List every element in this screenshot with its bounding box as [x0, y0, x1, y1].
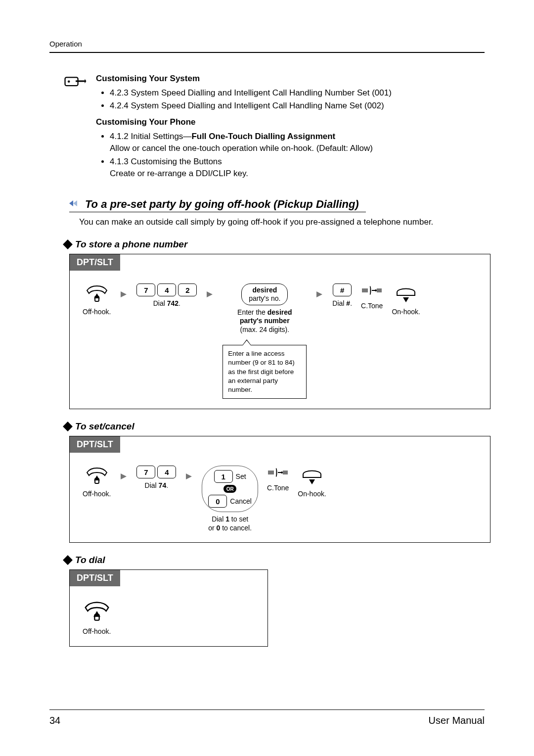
procedure-tab: DPT/SLT: [70, 254, 120, 271]
section-heading-row: To a pre-set party by going off-hook (Pi…: [69, 198, 485, 211]
customising-notes: Customising Your System 4.2.3 System Spe…: [64, 73, 485, 181]
step-onhook: On-hook.: [392, 284, 420, 317]
keycap-7: 7: [136, 466, 155, 478]
choice-group: 1 Set OR 0 Cancel: [202, 466, 258, 512]
caption: Off-hook.: [83, 308, 111, 317]
oval-line2: party's no.: [249, 294, 280, 302]
note-item: 4.1.2 Initial Settings—Full One-Touch Di…: [110, 131, 392, 155]
step-dial-74: 7 4 Dial 74.: [136, 466, 176, 490]
caption: On-hook.: [392, 308, 420, 317]
caption: Off-hook.: [83, 490, 111, 499]
oval-desired-no: desired party's no.: [241, 284, 288, 305]
procedure-store: DPT/SLT Off-hook. 7: [69, 254, 490, 409]
caption: C.Tone: [267, 484, 289, 493]
arrow-right-icon: [120, 290, 128, 300]
svg-point-18: [281, 472, 283, 473]
procedure-tab: DPT/SLT: [70, 570, 120, 586]
callout-line-access: Enter a line access number (9 or 81 to 8…: [222, 345, 307, 399]
caption: C.Tone: [361, 302, 383, 311]
pointing-hand-icon: [64, 73, 87, 181]
step-dial-hash: # Dial #.: [332, 284, 352, 308]
t: (max. 24 digits).: [240, 326, 290, 333]
step-dial-742: 7 4 2 Dial 742.: [136, 284, 197, 308]
t: to cancel.: [220, 524, 252, 532]
keycap-7: 7: [136, 284, 155, 296]
svg-marker-14: [94, 475, 100, 480]
svg-point-10: [375, 289, 377, 291]
tone-icon: [267, 466, 289, 481]
keycap-hash: #: [333, 284, 352, 296]
keycap-2: 2: [178, 284, 197, 296]
customising-phone-title: Customising Your Phone: [96, 116, 392, 129]
keycap-4: 4: [157, 284, 176, 296]
t: Enter the: [237, 308, 267, 316]
running-header: Operation: [49, 40, 485, 48]
subhead-label: To set/cancel: [75, 421, 134, 432]
arrow-right-icon: [120, 472, 128, 482]
section-description: You can make an outside call simply by g…: [79, 217, 485, 227]
subhead-label: To store a phone number: [75, 239, 187, 250]
onhook-icon: [394, 284, 418, 305]
section-underline: [69, 212, 366, 212]
svg-marker-7: [207, 291, 213, 297]
subhead-store: To store a phone number: [64, 239, 485, 250]
page-number: 34: [49, 715, 60, 726]
procedure-tab: DPT/SLT: [70, 436, 120, 453]
svg-rect-11: [377, 288, 382, 292]
svg-marker-5: [94, 293, 100, 298]
svg-marker-20: [309, 479, 315, 484]
svg-marker-15: [121, 473, 127, 479]
keycap-4: 4: [157, 466, 176, 478]
footer-title: User Manual: [429, 715, 485, 726]
step-set-or-cancel: 1 Set OR 0 Cancel Dial 1 to set or 0 to …: [202, 466, 258, 532]
caption: Dial 1 to set or 0 to cancel.: [208, 515, 252, 532]
step-offhook: Off-hook.: [83, 599, 111, 636]
svg-marker-12: [403, 297, 409, 302]
svg-marker-2: [69, 200, 73, 206]
or-pill: OR: [223, 485, 236, 493]
note-item: 4.1.3 Customising the Buttons Create or …: [110, 156, 392, 180]
arrow-right-icon: [315, 290, 323, 300]
caption: Dial 742.: [153, 299, 180, 308]
diamond-icon: [63, 239, 73, 249]
subhead-dial: To dial: [64, 555, 485, 566]
caption: Off-hook.: [83, 627, 111, 636]
svg-marker-3: [73, 200, 77, 206]
choice-label-set: Set: [236, 472, 246, 480]
choice-label-cancel: Cancel: [230, 497, 252, 505]
step-ctone: C.Tone: [267, 466, 289, 493]
page-footer: 34 User Manual: [49, 706, 485, 726]
keycap-0: 0: [208, 495, 227, 508]
step-offhook: Off-hook.: [83, 466, 111, 499]
step-desired-number: desired party's no. Enter the desired pa…: [222, 284, 307, 399]
svg-marker-6: [121, 291, 127, 297]
bold-digit: 2: [175, 299, 178, 307]
svg-rect-19: [283, 471, 288, 474]
t: or: [208, 524, 216, 532]
note-text: 4.1.2 Initial Settings—: [110, 132, 191, 141]
section-heading: To a pre-set party by going off-hook (Pi…: [85, 198, 359, 211]
subhead-label: To dial: [75, 555, 105, 566]
note-text-bold: Full One-Touch Dialling Assignment: [191, 132, 335, 141]
diamond-icon: [63, 555, 73, 565]
step-offhook: Off-hook.: [83, 284, 111, 317]
diamond-icon: [63, 422, 73, 431]
callout-text: Enter a line access number (9 or 81 to 8…: [228, 350, 294, 393]
customising-system-title: Customising Your System: [96, 73, 392, 85]
procedure-dial: DPT/SLT Off-hook.: [69, 569, 268, 647]
caption: On-hook.: [298, 490, 326, 499]
onhook-icon: [300, 466, 324, 487]
t: to set: [229, 515, 248, 523]
note-desc: Create or re-arrange a DDI/CLIP key.: [110, 168, 392, 180]
arrow-right-icon: [185, 472, 193, 482]
caption: Dial #.: [332, 299, 352, 308]
caption: Enter the desired party's number (max. 2…: [237, 308, 292, 334]
oval-line1: desired: [252, 286, 277, 294]
svg-marker-8: [316, 291, 322, 297]
step-ctone: C.Tone: [361, 284, 383, 311]
t: 1: [225, 515, 229, 523]
step-onhook: On-hook.: [298, 466, 326, 499]
procedure-setcancel: DPT/SLT Off-hook. 7 4: [69, 436, 490, 543]
header-rule: [49, 52, 485, 53]
note-item: 4.2.4 System Speed Dialling and Intellig…: [110, 100, 392, 112]
